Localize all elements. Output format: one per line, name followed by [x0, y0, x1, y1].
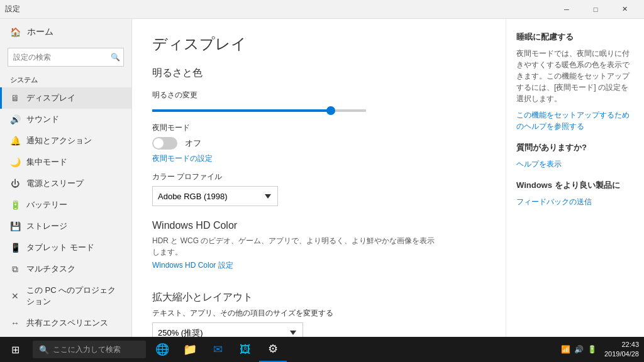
color-profile-label: カラー プロファイル [152, 172, 486, 182]
home-icon: 🏠 [10, 27, 21, 37]
night-mode-toggle[interactable] [152, 137, 177, 150]
scale-select[interactable]: 250% (推奨) [152, 322, 303, 337]
night-mode-row: オフ [152, 137, 486, 150]
sleep-link[interactable]: この機能をセットアップするためのヘルプを参照する [516, 111, 630, 131]
taskbar-right: 📶 🔊 🔋 22:43 2019/04/28 [560, 340, 644, 359]
brightness-label: 明るさの変更 [152, 90, 486, 101]
sidebar-item-shared-label: 共有エクスペリエンス [26, 317, 108, 329]
layout-section: 拡大縮小とレイアウト テキスト、アプリ、その他の項目のサイズを変更する 250%… [152, 291, 486, 337]
sidebar-item-display[interactable]: 🖥 ディスプレイ [0, 87, 131, 109]
sidebar-item-tablet-label: タブレット モード [26, 242, 94, 253]
sidebar-item-sound-label: サウンド [26, 114, 59, 125]
sidebar-item-battery-label: バッテリー [26, 199, 67, 211]
sidebar-item-shared[interactable]: ↔ 共有エクスペリエンス [0, 312, 131, 334]
multitask-icon: ⧉ [10, 264, 20, 274]
taskbar-edge-icon[interactable]: 🌐 [148, 337, 176, 362]
sidebar-item-battery[interactable]: 🔋 バッテリー [0, 194, 131, 216]
storage-icon: 💾 [10, 221, 20, 231]
battery-icon: 🔋 [10, 200, 20, 210]
sidebar-item-focus[interactable]: 🌙 集中モード [0, 151, 131, 173]
close-button[interactable]: ✕ [610, 0, 639, 19]
shared-icon: ↔ [10, 318, 20, 328]
taskbar-date: 2019/04/28 [604, 349, 639, 359]
titlebar: 設定 ─ □ ✕ [0, 0, 644, 19]
sidebar-item-focus-label: 集中モード [26, 156, 67, 168]
sidebar-item-multitask-label: マルチタスク [26, 263, 75, 275]
right-panel: 睡眠に配慮する 夜間モードでは、夜間に眠りに付きやすくする暖色系の色を表示できま… [506, 19, 644, 337]
notification-icon: 🔔 [10, 136, 20, 146]
taskbar-mail-icon[interactable]: ✉ [204, 337, 231, 362]
taskbar-battery-icon[interactable]: 🔋 [586, 345, 598, 354]
sleep-text: 夜間モードでは、夜間に眠りに付きやすくする暖色系の色を表示できます。この機能をセ… [516, 48, 634, 104]
night-mode-state: オフ [185, 138, 201, 149]
taskbar-settings-icon[interactable]: ⚙ [259, 337, 287, 362]
taskbar: ⊞ 🔍 ここに入力して検索 🌐 📁 ✉ 🖼 ⚙ 📶 🔊 🔋 22:43 2019… [0, 337, 644, 362]
power-icon: ⏻ [10, 178, 20, 189]
app-container: 🏠 ホーム 🔍 システム 🖥 ディスプレイ 🔊 サウンド 🔔 通知とアクション … [0, 19, 644, 337]
taskbar-clock[interactable]: 22:43 2019/04/28 [604, 340, 639, 359]
taskbar-network-icon[interactable]: 📶 [560, 345, 572, 354]
tablet-icon: 📱 [10, 243, 20, 253]
taskbar-sys-icons: 📶 🔊 🔋 [560, 345, 598, 354]
taskbar-icons: 🌐 📁 ✉ 🖼 ⚙ [148, 337, 287, 362]
hd-color-title: Windows HD Color [152, 220, 486, 231]
brightness-slider[interactable] [152, 109, 366, 112]
sleep-title: 睡眠に配慮する [516, 31, 634, 43]
sidebar-section-label: システム [0, 72, 131, 87]
taskbar-time: 22:43 [604, 340, 639, 349]
home-label: ホーム [27, 26, 53, 38]
sidebar-item-projection[interactable]: ✕ この PC へのプロジェクション [0, 280, 131, 312]
sidebar-item-sound[interactable]: 🔊 サウンド [0, 109, 131, 130]
titlebar-title: 設定 [5, 4, 20, 14]
question-title: 質問がありますか? [516, 142, 634, 153]
sidebar: 🏠 ホーム 🔍 システム 🖥 ディスプレイ 🔊 サウンド 🔔 通知とアクション … [0, 19, 132, 337]
taskbar-photo-icon[interactable]: 🖼 [231, 337, 259, 362]
sidebar-item-multitask[interactable]: ⧉ マルチタスク [0, 258, 131, 280]
color-profile-select[interactable]: Adobe RGB (1998) [152, 186, 278, 206]
search-icon: 🔍 [111, 53, 120, 62]
improve-title: Windows をより良い製品に [516, 180, 634, 191]
night-mode-link[interactable]: 夜間モードの設定 [152, 153, 213, 164]
start-button[interactable]: ⊞ [0, 337, 30, 362]
main-content: ディスプレイ 明るさと色 明るさの変更 夜間モード オフ 夜間モードの設定 カラ… [132, 19, 506, 337]
taskbar-search-text: ここに入力して検索 [53, 344, 121, 355]
sidebar-item-display-label: ディスプレイ [26, 92, 75, 104]
sidebar-home-button[interactable]: 🏠 ホーム [0, 19, 131, 45]
hd-color-desc: HDR と WCG のビデオ、ゲーム、アプリで、より明るく、より鮮やかな画像を表… [152, 235, 441, 258]
search-input[interactable] [8, 48, 124, 67]
sound-icon: 🔊 [10, 114, 20, 124]
focus-icon: 🌙 [10, 157, 20, 167]
hd-color-section: Windows HD Color HDR と WCG のビデオ、ゲーム、アプリで… [152, 220, 486, 278]
brightness-slider-container [152, 104, 366, 114]
taskbar-search[interactable]: 🔍 ここに入力して検索 [33, 341, 146, 358]
display-icon: 🖥 [10, 93, 20, 103]
night-mode-label: 夜間モード [152, 123, 486, 133]
taskbar-explorer-icon[interactable]: 📁 [176, 337, 204, 362]
sidebar-item-power[interactable]: ⏻ 電源とスリープ [0, 173, 131, 194]
scale-label: テキスト、アプリ、その他の項目のサイズを変更する [152, 308, 486, 319]
improve-link[interactable]: フィードバックの送信 [516, 197, 592, 206]
sidebar-item-notification-label: 通知とアクション [26, 135, 92, 146]
minimize-button[interactable]: ─ [552, 0, 581, 19]
search-box: 🔍 [8, 48, 124, 67]
sidebar-item-tablet[interactable]: 📱 タブレット モード [0, 237, 131, 258]
question-link[interactable]: ヘルプを表示 [516, 160, 562, 168]
projection-icon: ✕ [10, 291, 20, 301]
restore-button[interactable]: □ [581, 0, 610, 19]
sidebar-item-storage[interactable]: 💾 ストレージ [0, 216, 131, 237]
taskbar-search-icon: 🔍 [39, 345, 49, 354]
hd-color-link[interactable]: Windows HD Color 設定 [152, 260, 233, 271]
layout-title: 拡大縮小とレイアウト [152, 291, 486, 304]
sidebar-item-storage-label: ストレージ [26, 221, 67, 232]
page-title: ディスプレイ [152, 34, 486, 54]
taskbar-volume-icon[interactable]: 🔊 [573, 345, 585, 354]
titlebar-controls: ─ □ ✕ [552, 0, 639, 19]
sidebar-item-projection-label: この PC へのプロジェクション [26, 285, 121, 307]
sidebar-item-notification[interactable]: 🔔 通知とアクション [0, 130, 131, 151]
sidebar-item-power-label: 電源とスリープ [26, 178, 84, 189]
brightness-section-title: 明るさと色 [152, 67, 486, 82]
